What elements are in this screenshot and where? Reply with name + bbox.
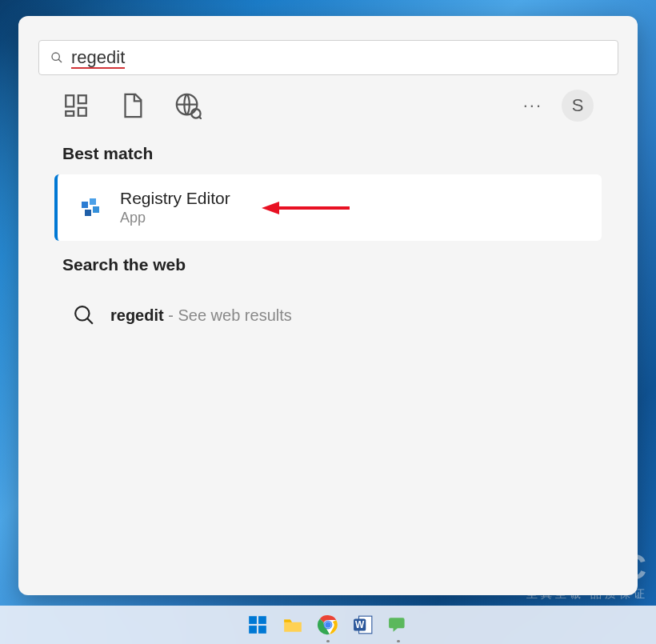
chat-button[interactable] [387,614,410,636]
registry-editor-icon [77,194,106,222]
file-explorer-button[interactable] [282,614,304,636]
web-filter-icon[interactable] [174,92,202,119]
best-match-result[interactable]: Registry Editor App [54,174,602,241]
user-avatar[interactable]: S [562,90,594,122]
start-search-panel: regedit ··· S Best match [18,16,638,595]
result-title: Registry Editor [120,189,230,208]
word-button[interactable]: W [352,614,374,636]
start-button[interactable] [246,614,269,636]
svg-marker-14 [262,202,279,214]
svg-rect-19 [249,626,257,634]
svg-rect-18 [258,616,266,624]
search-web-header: Search the web [38,241,618,286]
search-box[interactable]: regedit [38,40,618,75]
best-match-header: Best match [38,130,618,174]
svg-text:W: W [355,619,365,630]
svg-line-16 [87,318,93,324]
svg-rect-17 [249,616,257,624]
svg-rect-10 [90,198,96,205]
svg-point-15 [75,306,89,320]
filter-bar: ··· S [38,75,618,130]
svg-rect-5 [78,108,86,116]
svg-rect-20 [258,626,266,634]
search-icon [74,305,94,326]
search-input[interactable]: regedit [71,47,125,67]
more-options-button[interactable]: ··· [523,95,542,116]
svg-point-0 [52,53,59,60]
svg-rect-9 [82,202,88,208]
svg-rect-12 [93,206,99,213]
svg-rect-4 [66,111,74,116]
svg-line-1 [58,59,62,62]
spellcheck-underline [71,67,125,69]
web-suffix-text: - See web results [164,306,292,324]
svg-rect-11 [85,210,91,216]
web-query-text: regedit [110,306,164,324]
apps-filter-icon[interactable] [62,92,90,119]
svg-line-8 [199,117,202,119]
annotation-arrow [262,200,350,216]
search-icon [50,51,63,64]
result-subtitle: App [120,210,230,226]
svg-point-24 [325,622,331,628]
chrome-button[interactable] [317,614,339,636]
taskbar: W [0,606,656,644]
web-search-result[interactable]: regedit - See web results [54,294,602,337]
svg-rect-2 [66,95,74,106]
document-filter-icon[interactable] [118,92,146,119]
svg-rect-3 [78,95,86,103]
